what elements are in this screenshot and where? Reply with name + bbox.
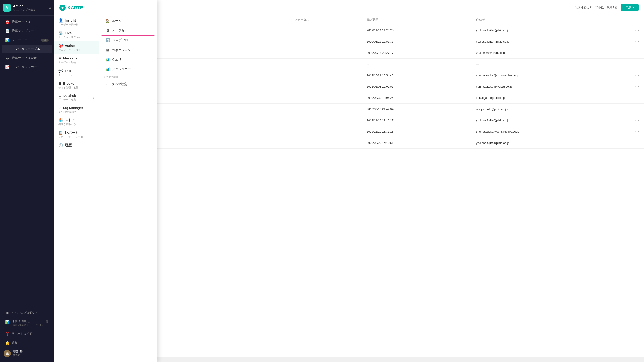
sidebar-item-notification[interactable]: 🔔 通知: [2, 338, 52, 347]
menu-right-item-home[interactable]: 🏠 ホーム: [101, 17, 156, 26]
sidebar-item-label: ジャーニー: [12, 38, 39, 42]
workspace-sub: 【制作作業用】_ストア(St...: [12, 323, 44, 327]
chevron-down-icon: ▾: [633, 6, 634, 9]
connection-label: コネクション: [112, 48, 131, 52]
menu-section-talk[interactable]: 💬 Talk チャットサポート: [54, 66, 99, 79]
sidebar-item-workspace[interactable]: 📊 【制作作業用】_... 【制作作業用】_ストア(St... ⇅: [2, 317, 52, 329]
sidebar-item-label: アクションレポート: [12, 65, 48, 69]
row-author: shomatsuoka@constructive.co.jp: [472, 70, 630, 81]
row-more-icon[interactable]: ···: [635, 50, 640, 55]
datahub-left: ⬡ Datahub データ連携: [58, 94, 76, 101]
sidebar-item-アクションテーブル[interactable]: 🗃 アクションテーブル: [2, 45, 52, 53]
menu-section-message[interactable]: ✉ Message ターゲット配信: [54, 54, 99, 66]
menu-section-live[interactable]: 📡 Live セッションリプレイ: [54, 29, 99, 41]
user-name: 藤田 陽: [13, 350, 50, 354]
row-menu[interactable]: ···: [630, 47, 644, 59]
dataset-icon: 🗄: [105, 29, 110, 32]
message-sub: ターゲット配信: [58, 61, 94, 64]
row-status: -: [290, 137, 362, 149]
menu-section-datahub[interactable]: ⬡ Datahub データ連携 ›: [54, 92, 99, 104]
create-button[interactable]: 作成 ▾: [620, 4, 638, 11]
row-updated: 2020/02/25 14:19:51: [362, 137, 472, 149]
bell-icon: 🔔: [6, 341, 10, 345]
workspace-name: 【制作作業用】_...: [12, 319, 44, 323]
connection-icon: ⊞: [105, 48, 110, 52]
row-status: -: [290, 70, 362, 81]
row-author: koki.ogata@plaid.co.jp: [472, 92, 630, 104]
sidebar-header: A Action ウェブ・アプリ接客 »: [0, 0, 54, 16]
row-menu[interactable]: ···: [630, 36, 644, 47]
user-block[interactable]: 藤 藤田 陽 管理者: [0, 347, 54, 359]
row-menu[interactable]: ···: [630, 137, 644, 149]
menu-right-item-query[interactable]: 📊 クエリ: [101, 55, 156, 64]
row-more-icon[interactable]: ···: [635, 107, 640, 111]
接客テンプレート-icon: 📄: [6, 29, 10, 33]
menu-right-item-datahub-settings[interactable]: データハブ設定: [101, 80, 156, 89]
row-updated: 2019/11/20 18:37:13: [362, 126, 472, 137]
sidebar-item-接客サービス[interactable]: 🎯 接客サービス: [2, 18, 52, 26]
sidebar-expand-icon[interactable]: »: [49, 6, 51, 10]
row-author: yu.tanaka@plaid.co.jp: [472, 47, 630, 59]
sidebar-item-接客テンプレート[interactable]: 📄 接客テンプレート: [2, 27, 52, 35]
menu-section-blocks[interactable]: ⊞ Blocks サイト管理・改善: [54, 79, 99, 92]
menu-section-action[interactable]: 🎯 Action ウェブ・アプリ接客: [54, 41, 99, 54]
menu-right-item-dashboard[interactable]: 📊 ダッシュボード: [101, 65, 156, 74]
talk-title: 💬 Talk: [58, 69, 94, 73]
sidebar-item-接客サービス設定[interactable]: ⚙ 接客サービス設定: [2, 54, 52, 62]
report-sub: レポートでチーム共有: [58, 135, 94, 139]
talk-icon: 💬: [58, 69, 63, 73]
menu-section-store[interactable]: 🏪 ストア 機能を拡張する: [54, 116, 99, 128]
action-title: 🎯 Action: [58, 44, 94, 48]
row-menu[interactable]: ···: [630, 115, 644, 126]
row-updated: 2020/03/19 16:59:36: [362, 36, 472, 47]
row-menu[interactable]: ···: [630, 92, 644, 104]
ジャーニー-icon: 📊: [6, 38, 10, 42]
row-menu[interactable]: ···: [630, 104, 644, 115]
row-more-icon[interactable]: ···: [635, 84, 640, 89]
menu-section-insight[interactable]: 👤 Insight ユーザー行動分析: [54, 16, 99, 29]
row-menu[interactable]: ···: [630, 59, 644, 70]
row-more-icon[interactable]: ···: [635, 118, 640, 122]
menu-right-item-connection[interactable]: ⊞ コネクション: [101, 46, 156, 55]
sidebar-subtitle: ウェブ・アプリ接客: [13, 8, 49, 11]
row-updated: 2019/08/30 12:06:25: [362, 92, 472, 104]
row-menu[interactable]: ···: [630, 25, 644, 36]
report-icon: 📋: [58, 131, 63, 135]
user-info: 藤田 陽 管理者: [13, 350, 50, 357]
row-menu[interactable]: ···: [630, 70, 644, 81]
row-more-icon[interactable]: ···: [635, 140, 640, 145]
grid-icon: ⊞: [6, 311, 10, 315]
col-actions: [630, 15, 644, 25]
karte-logo: KARTE: [59, 5, 152, 11]
menu-right-item-jobflow[interactable]: 🔄 ジョブフロー: [101, 35, 156, 45]
row-menu[interactable]: ···: [630, 126, 644, 137]
blocks-sub: サイト管理・改善: [58, 86, 94, 89]
row-more-icon[interactable]: ···: [635, 129, 640, 134]
blocks-icon: ⊞: [58, 81, 62, 86]
menu-section-history[interactable]: 🕐 履歴: [54, 141, 99, 150]
store-title: 🏪 ストア: [58, 118, 94, 122]
menu-right-divider: その他の機能: [99, 74, 157, 79]
row-more-icon[interactable]: ···: [635, 39, 640, 44]
row-more-icon[interactable]: ···: [635, 73, 640, 77]
sidebar-item-ジャーニー[interactable]: 📊 ジャーニー Beta: [2, 36, 52, 44]
row-status: -: [290, 126, 362, 137]
sidebar-item-アクションレポート[interactable]: 📈 アクションレポート: [2, 63, 52, 71]
sidebar-nav: 🎯 接客サービス 📄 接客テンプレート 📊 ジャーニー Beta 🗃 アクション…: [0, 16, 54, 305]
menu-right-item-dataset[interactable]: 🗄 データセット: [101, 26, 156, 35]
row-more-icon[interactable]: ···: [635, 95, 640, 100]
row-more-icon[interactable]: ···: [635, 28, 640, 32]
row-menu[interactable]: ···: [630, 81, 644, 92]
menu-section-tagmanager[interactable]: ◇ Tag Manager タグの配信管理: [54, 104, 99, 116]
sidebar-item-support[interactable]: ❓ サポートガイド: [2, 329, 52, 338]
sidebar-item-all-products[interactable]: ⊞ すべてのプロダクト: [2, 308, 52, 317]
row-author: yurina.takasugi@plaid.co.jp: [472, 81, 630, 92]
row-status: -: [290, 104, 362, 115]
sidebar-item-label: 接客テンプレート: [12, 29, 48, 33]
menu-section-report[interactable]: 📋 レポート レポートでチーム共有: [54, 128, 99, 141]
tagmanager-sub: タグの配信管理: [58, 110, 94, 113]
row-author: yo.hose.fujita@plaid.co.jp: [472, 137, 630, 149]
live-title: 📡 Live: [58, 31, 94, 35]
row-more-icon[interactable]: ···: [635, 62, 640, 66]
live-sub: セッションリプレイ: [58, 36, 94, 39]
